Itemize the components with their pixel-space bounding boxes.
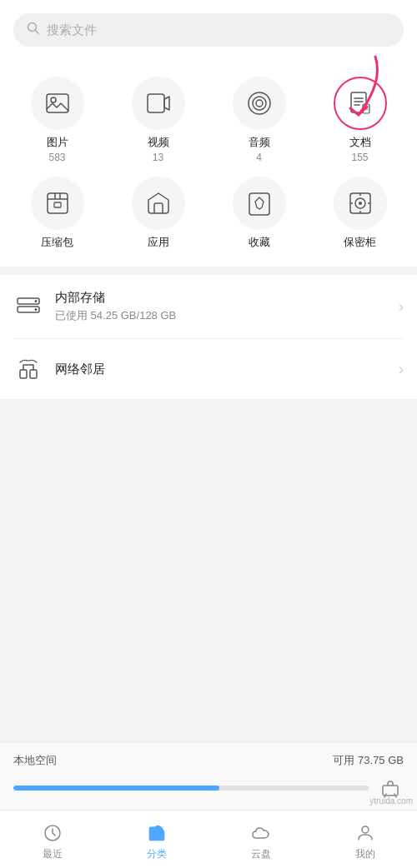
space-available: 可用 73.75 GB (333, 753, 404, 768)
space-label-row: 本地空间 可用 73.75 GB (13, 753, 404, 768)
svg-point-5 (249, 92, 270, 114)
network-storage-icon (13, 354, 43, 384)
space-bar-row (13, 775, 404, 801)
search-icon (27, 22, 40, 38)
apps-label: 应用 (148, 235, 169, 250)
tab-label-category: 分类 (147, 847, 167, 861)
vault-icon-wrap (334, 177, 387, 230)
svg-point-31 (35, 308, 38, 311)
category-item-favorites[interactable]: 收藏 (208, 177, 309, 250)
internal-storage-title: 内部存储 (55, 290, 399, 306)
svg-point-6 (256, 100, 263, 107)
progress-bar (13, 786, 369, 791)
tab-label-cloud: 云盘 (251, 847, 271, 861)
videos-icon (145, 90, 172, 117)
space-label: 本地空间 (13, 753, 57, 768)
svg-rect-4 (148, 94, 164, 112)
docs-icon-wrap (334, 77, 387, 130)
search-bar[interactable]: 搜索文件 (13, 13, 404, 47)
favorites-icon (246, 190, 273, 217)
svg-point-30 (35, 300, 38, 302)
category-icon (146, 822, 168, 844)
cloud-icon (250, 822, 272, 844)
internal-storage-chevron: › (399, 298, 404, 316)
network-storage-info: 网络邻居 (55, 362, 399, 377)
videos-icon-wrap (132, 77, 185, 130)
svg-point-7 (253, 97, 266, 110)
svg-rect-20 (249, 193, 269, 215)
category-item-vault[interactable]: 保密柜 (309, 177, 410, 250)
progress-fill (13, 786, 219, 791)
svg-rect-15 (48, 193, 68, 213)
favorites-label: 收藏 (249, 235, 270, 250)
tab-item-cloud[interactable]: 云盘 (208, 817, 313, 861)
internal-storage-subtitle: 已使用 54.25 GB/128 GB (55, 308, 399, 323)
svg-point-23 (359, 202, 362, 205)
storage-section: 内部存储 已使用 54.25 GB/128 GB › 网络邻居 › (0, 275, 417, 399)
svg-rect-34 (383, 786, 398, 796)
category-grid: 图片 583 视频 13 音频 4 (0, 77, 417, 250)
docs-icon (347, 90, 374, 117)
tab-item-recent[interactable]: 最近 (0, 817, 104, 861)
category-item-archive[interactable]: 压缩包 (7, 177, 108, 250)
tab-label-recent: 最近 (43, 847, 63, 861)
network-storage-chevron: › (399, 361, 404, 378)
images-label: 图片 (47, 135, 68, 150)
apps-icon (145, 190, 172, 217)
svg-rect-2 (47, 94, 68, 112)
internal-storage-icon (13, 292, 43, 322)
audio-count: 4 (256, 152, 262, 163)
bottom-bar: 本地空间 可用 73.75 GB (0, 742, 417, 810)
apps-icon-wrap (132, 177, 185, 230)
svg-line-1 (36, 31, 39, 34)
category-item-docs[interactable]: 文档 155 (309, 77, 410, 163)
tab-item-category[interactable]: 分类 (104, 817, 208, 861)
tab-item-me[interactable]: 我的 (313, 817, 417, 861)
recent-icon (42, 822, 63, 844)
network-storage-item[interactable]: 网络邻居 › (13, 339, 404, 399)
vault-icon (347, 190, 374, 217)
search-section: 搜索文件 (0, 0, 417, 63)
docs-label: 文档 (349, 135, 371, 150)
images-icon (44, 90, 71, 117)
search-placeholder: 搜索文件 (47, 22, 97, 38)
svg-rect-33 (30, 370, 37, 378)
clean-icon[interactable] (377, 775, 404, 801)
category-item-images[interactable]: 图片 583 (7, 77, 108, 163)
category-item-apps[interactable]: 应用 (108, 177, 208, 250)
images-count: 583 (48, 152, 65, 163)
archive-icon-wrap (31, 177, 84, 230)
favorites-icon-wrap (233, 177, 286, 230)
svg-point-36 (362, 826, 369, 833)
audio-icon (246, 90, 273, 117)
me-icon (354, 822, 376, 844)
audio-label: 音频 (249, 135, 270, 150)
svg-rect-32 (20, 370, 27, 378)
videos-count: 13 (153, 152, 163, 163)
archive-label: 压缩包 (41, 235, 73, 250)
category-item-videos[interactable]: 视频 13 (108, 77, 208, 163)
videos-label: 视频 (148, 135, 169, 150)
tab-bar: 最近 分类 云盘 我的 (0, 810, 417, 868)
svg-point-3 (51, 97, 56, 102)
internal-storage-item[interactable]: 内部存储 已使用 54.25 GB/128 GB › (13, 275, 404, 339)
category-section: 图片 583 视频 13 音频 4 (0, 63, 417, 267)
vault-label: 保密柜 (344, 235, 376, 250)
images-icon-wrap (31, 77, 84, 130)
category-item-audio[interactable]: 音频 4 (208, 77, 309, 163)
docs-count: 155 (351, 152, 368, 163)
audio-icon-wrap (233, 77, 286, 130)
tab-label-me: 我的 (355, 847, 375, 861)
internal-storage-info: 内部存储 已使用 54.25 GB/128 GB (55, 290, 399, 323)
archive-icon (44, 190, 71, 217)
svg-rect-19 (54, 202, 61, 207)
network-storage-title: 网络邻居 (55, 362, 399, 377)
